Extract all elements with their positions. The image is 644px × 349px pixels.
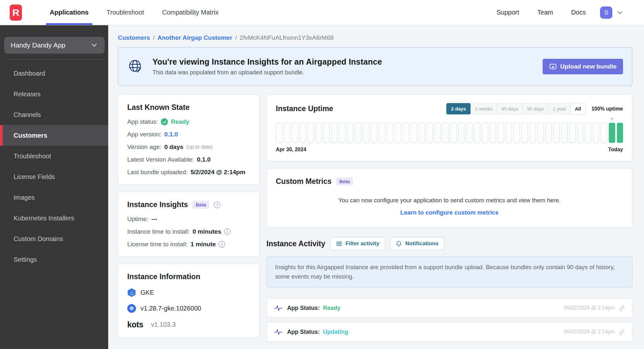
version-age-label: Version age: (127, 143, 161, 151)
tab-compatibility-matrix[interactable]: Compatibility Matrix (153, 0, 227, 25)
uptime-bar-empty (553, 123, 560, 143)
sidebar-item-troubleshoot[interactable]: Troubleshoot (0, 146, 108, 166)
range-button-90-days[interactable]: 90 days (523, 103, 549, 114)
range-button-45-days[interactable]: 45 days (497, 103, 523, 114)
breadcrumb-customers[interactable]: Customers (118, 34, 150, 41)
uptime-bar-up (609, 123, 615, 143)
uptime-bar-empty (585, 123, 591, 143)
info-icon[interactable]: i (214, 202, 220, 208)
license-time-row: License time to install: 1 minute i (127, 241, 250, 248)
uptime-bar-empty (339, 123, 346, 143)
filter-activity-label: Filter activity (346, 240, 379, 247)
configure-metrics-link[interactable]: Learn to configure custom metrics (400, 209, 498, 216)
card-title: Last Known State (127, 103, 250, 112)
kubernetes-icon: ☸ (127, 304, 136, 313)
uptime-bar-empty (561, 123, 568, 143)
sidebar-item-channels[interactable]: Channels (0, 104, 108, 125)
info-icon[interactable]: i (224, 228, 231, 235)
uptime-bar-empty (434, 123, 441, 143)
app-version-row: App version: 0.1.0 (127, 131, 250, 138)
sidebar-item-custom-domains[interactable]: Custom Domains (0, 228, 108, 249)
range-button-1-year[interactable]: 1 year (548, 103, 571, 114)
uptime-bar-chart (276, 123, 623, 143)
app-status-value: Ready (171, 118, 189, 125)
secondary-links: SupportTeamDocs (496, 9, 586, 16)
notifications-button[interactable]: Notifications (390, 237, 444, 250)
sidebar-item-images[interactable]: Images (0, 187, 108, 208)
uptime-bar-empty (450, 123, 457, 143)
version-age-row: Version age: 0 days (up to date) (127, 143, 250, 151)
uptime-bar-empty (522, 123, 528, 143)
beta-badge: Beta (336, 177, 353, 185)
card-title: Instance Uptime (276, 104, 333, 113)
nav-link-docs[interactable]: Docs (571, 9, 586, 16)
uptime-bar-empty (506, 123, 512, 143)
sidebar-nav: DashboardReleasesChannelsCustomersTroubl… (0, 63, 108, 270)
custom-metrics-card: Custom Metrics Beta You can now configur… (266, 168, 632, 227)
tab-troubleshoot[interactable]: Troubleshoot (98, 0, 153, 25)
range-button-2-days[interactable]: 2 days (446, 103, 471, 114)
app-status-row: App status: Ready (127, 118, 250, 125)
instance-uptime-card: Instance Uptime 2 days2 weeks45 days90 d… (266, 94, 632, 161)
uptime-bar-empty (426, 123, 433, 143)
sidebar-item-kubernetes-installers[interactable]: Kubernetes Installers (0, 208, 108, 228)
replicated-logo[interactable]: R (10, 5, 22, 21)
notice-text: Insights for this Airgapped Instance are… (275, 264, 615, 280)
link-icon[interactable] (619, 329, 625, 335)
version-age-note: (up to date) (186, 144, 213, 150)
sliders-icon (336, 240, 342, 247)
distribution-value: GKE (140, 289, 154, 296)
instance-information-card: Instance Information △ GKE ☸ v1.28.7-gke… (118, 264, 259, 338)
sidebar-divider (4, 59, 104, 60)
chart-marker-pin (611, 118, 613, 120)
uptime-bar-empty (347, 123, 354, 143)
app-status-label: App status: (127, 118, 158, 125)
banner-title: You're viewing Instance Insights for an … (152, 57, 543, 67)
app-version-link[interactable]: 0.1.0 (164, 131, 178, 138)
card-title: Custom Metrics (276, 177, 332, 186)
uptime-bar-empty (498, 123, 504, 143)
sidebar-item-license-fields[interactable]: License Fields (0, 166, 108, 187)
last-bundle-row: Last bundle uploaded: 5/2/2024 @ 2:14pm (127, 169, 250, 176)
k8s-version-value: v1.28.7-gke.1026000 (140, 305, 201, 312)
uptime-bar-empty (323, 123, 330, 143)
uptime-bar-empty (410, 123, 417, 143)
tab-applications[interactable]: Applications (41, 0, 98, 25)
card-title: Instance Information (127, 272, 250, 281)
uptime-bar-empty (482, 123, 488, 143)
uptime-bar-empty (458, 123, 465, 143)
sidebar-item-releases[interactable]: Releases (0, 84, 108, 104)
app-selector[interactable]: Handy Dandy App (4, 37, 105, 54)
chart-start-label: Apr 30, 2024 (276, 147, 306, 153)
uptime-bar-empty (442, 123, 449, 143)
range-button-all[interactable]: All (570, 103, 586, 114)
uptime-bar-empty (307, 123, 314, 143)
pulse-icon (274, 328, 283, 336)
primary-tabs: ApplicationsTroubleshootCompatibility Ma… (41, 0, 228, 25)
breadcrumb-customer-name[interactable]: Another Airgap Customer (158, 34, 233, 41)
event-label: App Status: (287, 305, 320, 312)
uptime-bar-up (617, 123, 623, 143)
globe-icon (126, 58, 144, 76)
breadcrumb-separator: / (235, 34, 237, 41)
event-status-value: Updating (323, 329, 348, 335)
filter-activity-button[interactable]: Filter activity (330, 237, 385, 250)
uptime-bar-empty (276, 123, 282, 143)
sidebar-item-customers[interactable]: Customers (0, 125, 108, 146)
link-icon[interactable] (619, 305, 625, 311)
nav-link-support[interactable]: Support (496, 9, 519, 16)
chevron-down-icon[interactable] (616, 9, 623, 16)
app-version-label: App version: (127, 131, 161, 138)
instance-insights-card: Instance Insights Beta i Uptime: --- Ins… (118, 192, 259, 257)
sidebar-item-dashboard[interactable]: Dashboard (0, 63, 108, 84)
instance-time-label: Instance time to install: (127, 228, 190, 235)
range-button-2-weeks[interactable]: 2 weeks (470, 103, 497, 114)
uptime-bar-empty (292, 123, 298, 143)
info-icon[interactable]: i (219, 241, 225, 248)
nav-link-team[interactable]: Team (537, 9, 553, 16)
sidebar-item-settings[interactable]: Settings (0, 249, 108, 270)
avatar[interactable]: S (600, 6, 612, 19)
upload-new-bundle-button[interactable]: Upload new bundle (543, 59, 623, 74)
body-row: Handy Dandy App DashboardReleasesChannel… (0, 25, 644, 349)
banner-subtitle: This data was populated from an uploaded… (152, 69, 543, 76)
